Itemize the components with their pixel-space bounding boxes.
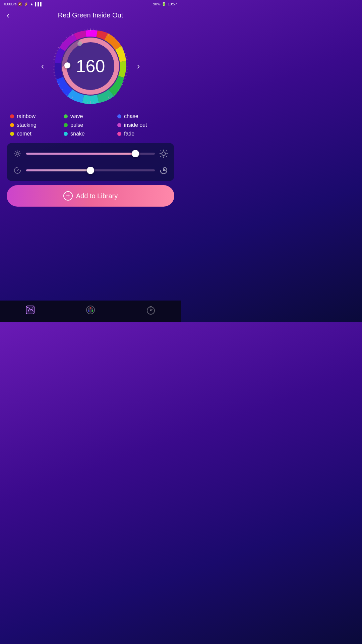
signal-icon: ▌▌▌ bbox=[35, 2, 43, 6]
speed-track-fill bbox=[26, 169, 90, 171]
svg-point-101 bbox=[88, 310, 89, 312]
svg-point-99 bbox=[90, 307, 92, 309]
status-bar: 0.00B/s 🔇 ⚡ ▲ ▌▌▌ 90% 🔋 10:57 bbox=[0, 0, 181, 8]
svg-line-92 bbox=[166, 156, 167, 157]
wave-dot bbox=[64, 114, 68, 118]
svg-line-72 bbox=[81, 30, 81, 31]
brightness-slider[interactable] bbox=[26, 153, 155, 155]
color-wheel-svg: // Generate tick marks - done via JS bel… bbox=[50, 26, 131, 106]
svg-point-107 bbox=[150, 310, 152, 311]
add-icon: + bbox=[63, 191, 73, 201]
svg-line-85 bbox=[19, 151, 20, 152]
next-button[interactable]: › bbox=[131, 61, 146, 71]
svg-line-26 bbox=[123, 82, 125, 82]
brightness-slider-row bbox=[13, 149, 168, 158]
effect-inside-out[interactable]: inside out bbox=[117, 122, 171, 128]
effect-fade[interactable]: fade bbox=[117, 131, 171, 137]
speed-max-icon bbox=[159, 166, 168, 175]
add-to-library-button[interactable]: + Add to Library bbox=[7, 185, 174, 207]
wifi-icon: ▲ bbox=[30, 2, 34, 6]
fade-label: fade bbox=[124, 131, 134, 137]
stacking-dot bbox=[10, 123, 14, 127]
effect-rainbow[interactable]: rainbow bbox=[10, 113, 64, 119]
svg-line-59 bbox=[54, 60, 55, 60]
chase-label: chase bbox=[124, 113, 138, 119]
status-left: 0.00B/s 🔇 ⚡ ▲ ▌▌▌ bbox=[4, 2, 43, 6]
rainbow-dot bbox=[10, 114, 14, 118]
battery-icon: 🔋 bbox=[162, 2, 166, 6]
pulse-dot bbox=[64, 123, 68, 127]
svg-line-64 bbox=[60, 45, 61, 45]
brightness-min-icon bbox=[13, 149, 22, 158]
comet-label: comet bbox=[17, 131, 32, 137]
snake-label: snake bbox=[70, 131, 85, 137]
effect-comet[interactable]: comet bbox=[10, 131, 64, 137]
svg-line-66 bbox=[64, 40, 65, 41]
svg-line-94 bbox=[166, 151, 167, 151]
svg-line-17 bbox=[124, 53, 126, 54]
effect-pulse[interactable]: pulse bbox=[64, 122, 117, 128]
svg-line-65 bbox=[62, 42, 63, 43]
effect-wave[interactable]: wave bbox=[64, 113, 117, 119]
battery-percent: 90% bbox=[153, 2, 160, 6]
svg-line-82 bbox=[15, 151, 16, 152]
svg-line-61 bbox=[55, 53, 57, 54]
inside-out-label: inside out bbox=[124, 122, 147, 128]
svg-line-37 bbox=[97, 102, 97, 103]
inside-out-dot bbox=[117, 123, 121, 127]
svg-line-73 bbox=[84, 29, 84, 31]
svg-point-77 bbox=[16, 152, 18, 155]
nav-tab-timer[interactable] bbox=[145, 305, 156, 315]
svg-line-55 bbox=[54, 72, 55, 73]
mute-icon: 🔇 bbox=[18, 2, 22, 6]
svg-line-68 bbox=[69, 35, 70, 36]
wave-label: wave bbox=[70, 113, 83, 119]
rainbow-label: rainbow bbox=[17, 113, 36, 119]
sliders-section bbox=[7, 143, 174, 181]
prev-button[interactable]: ‹ bbox=[35, 61, 50, 71]
effect-snake[interactable]: snake bbox=[64, 131, 117, 137]
svg-line-24 bbox=[125, 75, 127, 76]
color-wheel[interactable]: // Generate tick marks - done via JS bel… bbox=[50, 26, 131, 106]
comet-dot bbox=[10, 132, 14, 136]
svg-point-96 bbox=[27, 307, 28, 308]
chase-dot bbox=[117, 114, 121, 118]
header: ‹ Red Green Inside Out bbox=[0, 8, 181, 22]
timer-icon bbox=[145, 305, 156, 315]
nav-tab-colors[interactable] bbox=[85, 305, 96, 315]
speed-slider-row bbox=[13, 166, 168, 175]
svg-line-91 bbox=[161, 151, 161, 151]
svg-line-25 bbox=[124, 78, 126, 79]
brightness-max-icon bbox=[159, 149, 168, 158]
svg-line-83 bbox=[19, 155, 20, 156]
wheel-section: ‹ // Generate tick marks - done via JS b… bbox=[0, 22, 181, 108]
fade-dot bbox=[117, 132, 121, 136]
data-speed: 0.00B/s bbox=[4, 2, 16, 6]
svg-line-60 bbox=[54, 56, 56, 57]
svg-line-41 bbox=[84, 102, 84, 103]
svg-line-5 bbox=[97, 29, 97, 31]
back-button[interactable]: ‹ bbox=[7, 11, 9, 20]
effects-icon bbox=[25, 305, 36, 315]
snake-dot bbox=[64, 132, 68, 136]
bluetooth-icon: ⚡ bbox=[24, 2, 28, 6]
page-title: Red Green Inside Out bbox=[58, 11, 123, 19]
brightness-track-fill bbox=[26, 153, 135, 155]
stacking-label: stacking bbox=[17, 122, 37, 128]
bottom-nav bbox=[0, 301, 181, 322]
speed-thumb[interactable] bbox=[87, 167, 94, 174]
svg-point-76 bbox=[77, 41, 82, 46]
svg-line-70 bbox=[75, 32, 75, 33]
svg-point-100 bbox=[92, 310, 94, 312]
svg-line-71 bbox=[78, 31, 78, 32]
effect-chase[interactable]: chase bbox=[117, 113, 171, 119]
svg-point-75 bbox=[64, 62, 70, 68]
brightness-thumb[interactable] bbox=[132, 150, 139, 157]
effect-stacking[interactable]: stacking bbox=[10, 122, 64, 128]
pulse-label: pulse bbox=[70, 122, 83, 128]
speed-slider[interactable] bbox=[26, 169, 155, 171]
svg-line-23 bbox=[126, 72, 127, 73]
effects-section: rainbow wave chase stacking pulse inside… bbox=[0, 108, 181, 140]
svg-line-62 bbox=[56, 50, 58, 51]
nav-tab-effects[interactable] bbox=[25, 305, 36, 315]
